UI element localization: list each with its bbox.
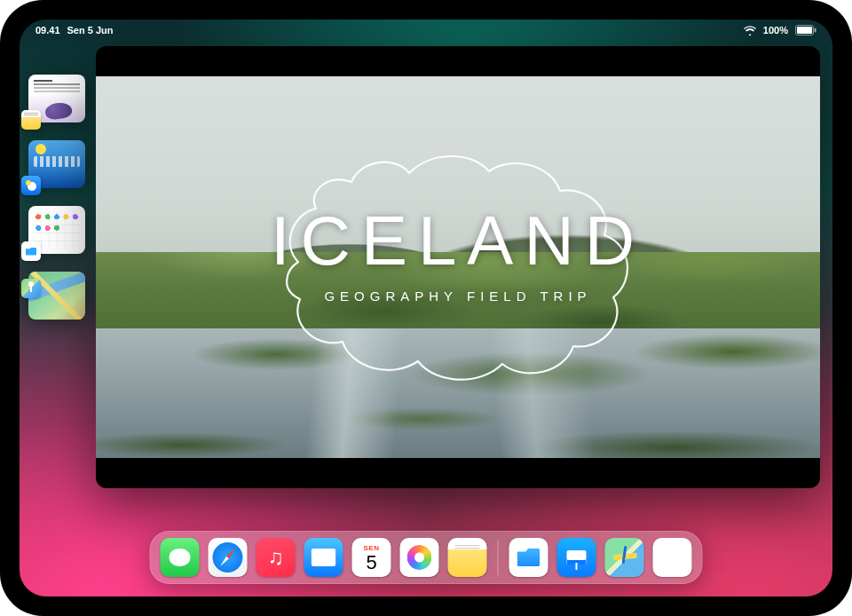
dock-app-calendar[interactable]: SEN 5 <box>352 538 391 577</box>
status-date: Sen 5 Jun <box>67 25 114 36</box>
notes-icon <box>21 110 41 130</box>
dock-app-maps[interactable] <box>605 538 644 577</box>
dock-app-music[interactable] <box>256 538 296 577</box>
stage-item-files[interactable] <box>28 206 85 254</box>
ipad-frame: 09.41 Sen 5 Jun 100% <box>0 0 852 616</box>
wifi-icon <box>744 26 756 36</box>
stage-item-notes[interactable] <box>28 75 85 122</box>
dock-app-messages[interactable] <box>161 538 200 577</box>
slide-title-block: ICELAND GEOGRAPHY FIELD TRIP <box>271 201 645 304</box>
files-icon <box>21 241 41 261</box>
svg-rect-2 <box>815 28 816 33</box>
dock-app-safari[interactable] <box>209 538 248 577</box>
stage-item-maps[interactable] <box>28 272 85 320</box>
dock: SEN 5 <box>150 531 703 584</box>
slide-subtitle: GEOGRAPHY FIELD TRIP <box>271 288 645 304</box>
calendar-day: 5 <box>366 553 376 573</box>
dock-app-mail[interactable] <box>304 538 343 577</box>
dock-app-keynote[interactable] <box>557 538 596 577</box>
weather-icon <box>21 176 41 195</box>
status-time: 09.41 <box>36 25 60 36</box>
maps-icon <box>21 279 41 298</box>
dock-app-photos[interactable] <box>400 538 439 577</box>
battery-icon <box>795 25 816 36</box>
dock-app-notes[interactable] <box>448 538 487 577</box>
battery-percent: 100% <box>763 25 788 36</box>
dock-app-files[interactable] <box>509 538 548 577</box>
keynote-window[interactable]: ICELAND GEOGRAPHY FIELD TRIP <box>96 46 820 488</box>
dock-app-shortcuts[interactable] <box>653 538 692 577</box>
status-bar: 09.41 Sen 5 Jun 100% <box>20 25 832 36</box>
svg-rect-1 <box>797 27 812 34</box>
slide-canvas: ICELAND GEOGRAPHY FIELD TRIP <box>96 76 820 458</box>
dock-separator <box>498 540 499 575</box>
stage-item-weather[interactable] <box>28 140 85 188</box>
screen: 09.41 Sen 5 Jun 100% <box>20 20 832 596</box>
slide-title: ICELAND <box>271 201 645 281</box>
stage-manager-strip <box>28 75 85 320</box>
